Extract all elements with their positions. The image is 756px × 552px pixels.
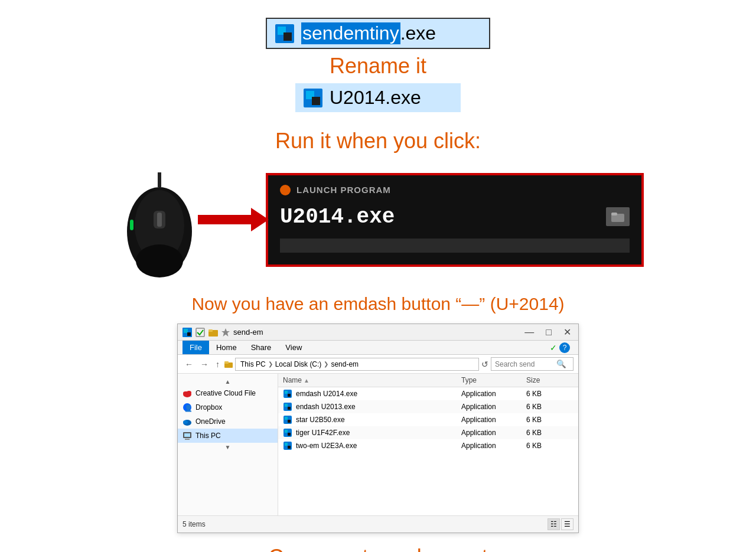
copy-label: Copy, paste and repeat bbox=[268, 545, 488, 552]
sidebar-onedrive-label: OneDrive bbox=[195, 417, 226, 426]
titlebar-app-icon bbox=[183, 328, 192, 337]
table-row[interactable]: emdash U2014.exe Application 6 KB bbox=[278, 387, 578, 400]
tab-file[interactable]: File bbox=[183, 341, 209, 354]
forward-button[interactable]: → bbox=[198, 358, 211, 370]
titlebar-pin-icon bbox=[221, 328, 230, 337]
search-box[interactable]: 🔍 bbox=[491, 357, 573, 371]
svg-rect-5 bbox=[312, 97, 320, 105]
explorer-window-title: send-em bbox=[233, 328, 263, 337]
svg-marker-22 bbox=[221, 328, 230, 337]
renamed-filename-box: U2014.exe bbox=[295, 83, 461, 112]
back-button[interactable]: ← bbox=[183, 358, 195, 370]
view-details-button[interactable]: ☷ bbox=[548, 518, 560, 530]
sidebar-dropbox-label: Dropbox bbox=[195, 403, 222, 411]
status-items-count: 5 items bbox=[183, 520, 206, 528]
up-button[interactable]: ↑ bbox=[213, 358, 222, 370]
rename-label: Rename it bbox=[330, 54, 426, 79]
sidebar-thispc-label: This PC bbox=[195, 432, 221, 440]
tab-view[interactable]: View bbox=[278, 341, 309, 354]
svg-rect-18 bbox=[187, 332, 191, 336]
minimize-button[interactable]: — bbox=[522, 327, 536, 338]
svg-rect-40 bbox=[288, 407, 291, 410]
file-name: two-em U2E3A.exe bbox=[296, 442, 357, 450]
svg-rect-24 bbox=[224, 361, 229, 364]
address-folder-icon bbox=[224, 360, 233, 368]
exe-file-icon bbox=[283, 415, 292, 424]
explorer-file-list: Name ▲ Type Size emdash U2014. bbox=[278, 374, 578, 515]
file-list-header[interactable]: Name ▲ Type Size bbox=[278, 374, 578, 387]
help-checkmark-icon: ✓ bbox=[550, 343, 557, 352]
svg-text:👤👤: 👤👤 bbox=[184, 404, 192, 412]
folder-browse-button[interactable] bbox=[606, 207, 630, 226]
svg-rect-45 bbox=[285, 430, 288, 433]
svg-point-27 bbox=[187, 391, 191, 394]
close-button[interactable]: ✕ bbox=[561, 326, 573, 338]
launch-box: LAUNCH PROGRAM U2014.exe bbox=[266, 173, 644, 267]
exe-file-icon bbox=[283, 389, 292, 399]
launch-dot bbox=[280, 185, 291, 195]
exe-file-icon bbox=[283, 428, 292, 437]
emdash-label: Now you have an emdash button “—” (U+201… bbox=[191, 294, 564, 314]
svg-rect-34 bbox=[185, 439, 190, 440]
maximize-button[interactable]: □ bbox=[543, 327, 554, 338]
file-icon bbox=[274, 23, 295, 44]
svg-rect-21 bbox=[208, 329, 213, 332]
refresh-button[interactable]: ↺ bbox=[481, 360, 488, 369]
table-row[interactable]: two-em U2E3A.exe Application 6 KB bbox=[278, 439, 578, 452]
svg-rect-37 bbox=[288, 394, 291, 397]
svg-rect-46 bbox=[288, 433, 291, 436]
table-row[interactable]: star U2B50.exe Application 6 KB bbox=[278, 413, 578, 426]
help-button[interactable]: ? bbox=[559, 342, 570, 353]
sidebar-item-creativecloud[interactable]: Creative Cloud File bbox=[178, 386, 278, 400]
svg-rect-17 bbox=[184, 329, 188, 333]
titlebar-check-icon bbox=[195, 328, 205, 337]
svg-rect-15 bbox=[611, 213, 617, 215]
sidebar-scroll-down[interactable]: ▼ bbox=[178, 443, 278, 452]
explorer-titlebar: send-em — □ ✕ bbox=[178, 324, 578, 341]
path-segment-sendem: send-em bbox=[331, 360, 359, 368]
file-name: tiger U1F42F.exe bbox=[296, 429, 350, 437]
svg-rect-2 bbox=[284, 32, 292, 41]
filename-selected: sendemtiny bbox=[301, 22, 400, 44]
exe-file-icon bbox=[283, 441, 292, 450]
file-size: 6 KB bbox=[526, 416, 573, 424]
thispc-icon bbox=[183, 431, 192, 440]
col-type[interactable]: Type bbox=[461, 376, 526, 384]
col-name[interactable]: Name ▲ bbox=[283, 376, 461, 384]
address-path[interactable]: This PC ❯ Local Disk (C:) ❯ send-em bbox=[235, 358, 479, 371]
sidebar-item-onedrive[interactable]: OneDrive bbox=[178, 414, 278, 429]
file-explorer: send-em — □ ✕ File Home Share View ✓ ? bbox=[177, 324, 579, 533]
table-row[interactable]: endash U2013.exe Application 6 KB bbox=[278, 400, 578, 413]
rename-section: sendemtiny.exe Rename it U2014.exe bbox=[266, 18, 490, 112]
svg-rect-43 bbox=[288, 420, 291, 423]
tab-home[interactable]: Home bbox=[209, 341, 244, 354]
search-input[interactable] bbox=[495, 360, 554, 368]
mouse-image bbox=[112, 161, 207, 279]
original-filename-box: sendemtiny.exe bbox=[266, 18, 490, 49]
tab-share[interactable]: Share bbox=[244, 341, 279, 354]
sidebar-scroll-up[interactable]: ▲ bbox=[178, 377, 278, 386]
svg-rect-42 bbox=[285, 417, 288, 420]
view-list-button[interactable]: ☰ bbox=[561, 518, 573, 530]
exe-file-icon bbox=[283, 402, 292, 411]
sidebar-item-thispc[interactable]: This PC bbox=[178, 429, 278, 443]
svg-point-31 bbox=[183, 420, 188, 424]
file-type: Application bbox=[461, 429, 526, 437]
search-icon-button[interactable]: 🔍 bbox=[556, 360, 566, 368]
dropbox-icon: 👤👤 bbox=[183, 403, 192, 412]
address-bar: ← → ↑ This PC ❯ Local Disk (C:) ❯ send-e… bbox=[178, 355, 578, 374]
filename-ext: .exe bbox=[400, 22, 436, 44]
mouse-arrow bbox=[198, 208, 269, 231]
svg-rect-33 bbox=[184, 433, 190, 437]
sidebar-creative-cloud-label: Creative Cloud File bbox=[195, 389, 256, 397]
creative-cloud-icon bbox=[183, 388, 192, 398]
file-size: 6 KB bbox=[526, 390, 573, 398]
file-type: Application bbox=[461, 416, 526, 424]
col-size[interactable]: Size bbox=[526, 376, 573, 384]
new-filename: U2014.exe bbox=[330, 87, 421, 109]
file-type: Application bbox=[461, 403, 526, 411]
sidebar-item-dropbox[interactable]: 👤👤 Dropbox bbox=[178, 400, 278, 414]
onedrive-icon bbox=[183, 417, 192, 426]
file-name: endash U2013.exe bbox=[296, 403, 356, 411]
table-row[interactable]: tiger U1F42F.exe Application 6 KB bbox=[278, 426, 578, 439]
